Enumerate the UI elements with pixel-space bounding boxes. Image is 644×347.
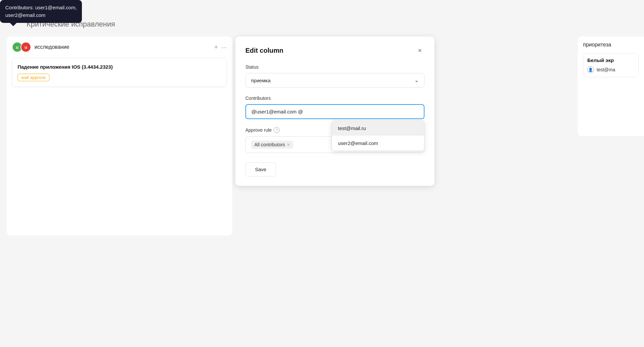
edit-panel-title: Edit column: [245, 47, 283, 54]
contributors-tooltip: Contributors: user1@email.com, user2@ema…: [0, 0, 82, 23]
status-chevron-icon: ⌄: [415, 77, 419, 83]
right-user-text: test@ma: [597, 67, 615, 72]
help-icon[interactable]: ?: [274, 127, 280, 133]
status-select[interactable]: приемка ⌄: [245, 73, 424, 88]
approve-tag: All contributors ×: [251, 141, 293, 149]
contributors-label: Contributors: [245, 96, 424, 101]
close-panel-button[interactable]: ×: [415, 46, 424, 55]
more-column-button[interactable]: ···: [221, 43, 227, 51]
edit-column-panel: Edit column × Status приемка ⌄ Contribut…: [235, 36, 434, 186]
right-column-partial: приоритеза Белый экр 👤 test@ma: [578, 36, 644, 136]
column-header: u u исследование + ···: [12, 42, 227, 52]
add-column-button[interactable]: +: [214, 43, 218, 51]
approve-tag-remove[interactable]: ×: [287, 142, 290, 147]
right-user-row: 👤 test@ma: [587, 66, 634, 73]
card-badge: wait approve: [18, 74, 49, 81]
suggestion-dropdown: test@mail.ru user2@email.com: [332, 120, 424, 151]
avatar-group: u u: [12, 42, 31, 52]
approve-tag-item: All contributors ×: [251, 141, 293, 149]
avatar-user2: u: [21, 42, 31, 52]
contributors-input-wrapper: test@mail.ru user2@email.com: [245, 104, 424, 119]
status-label: Status: [245, 64, 424, 70]
contributors-input[interactable]: [245, 104, 424, 119]
suggestion-item-2[interactable]: user2@email.com: [332, 136, 424, 151]
card-title: Падение приложения IOS (3.4434.2323): [18, 63, 221, 70]
contributors-section: Contributors test@mail.ru user2@email.co…: [245, 96, 424, 119]
suggestion-item-1[interactable]: test@mail.ru: [332, 121, 424, 136]
kanban-column-left: u u исследование + ··· Падение приложени…: [7, 36, 232, 236]
column-title: исследование: [34, 44, 211, 50]
tooltip-line1: Contributors: user1@email.com,: [5, 5, 77, 10]
right-column-title: приоритеза: [583, 42, 639, 48]
user-icon: 👤: [587, 66, 594, 73]
right-card-title: Белый экр: [587, 57, 634, 63]
save-button[interactable]: Save: [245, 162, 276, 176]
status-value: приемка: [251, 78, 271, 83]
edit-panel-header: Edit column ×: [245, 46, 424, 55]
column-actions: + ···: [214, 43, 227, 51]
kanban-card[interactable]: Падение приложения IOS (3.4434.2323) wai…: [12, 58, 227, 87]
tooltip-line2: user2@email.com: [5, 12, 45, 18]
